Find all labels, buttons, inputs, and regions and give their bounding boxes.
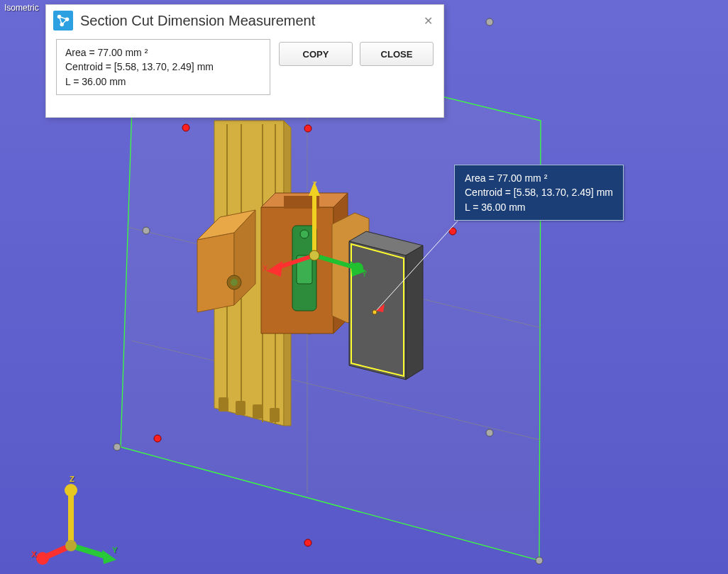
- svg-rect-32: [292, 226, 316, 311]
- svg-marker-25: [197, 233, 234, 312]
- measurement-icon: [53, 11, 73, 31]
- svg-rect-33: [297, 255, 312, 284]
- svg-marker-28: [261, 207, 333, 333]
- svg-rect-23: [253, 404, 263, 419]
- svg-rect-31: [284, 196, 319, 209]
- tooltip-area: Area = 77.00 mm ²: [465, 171, 613, 185]
- svg-point-5: [143, 227, 150, 234]
- scene-axis-z-label: Z: [312, 180, 317, 189]
- svg-line-61: [71, 546, 108, 557]
- svg-line-0: [128, 227, 541, 328]
- svg-marker-51: [267, 261, 282, 277]
- svg-point-10: [304, 539, 311, 546]
- copy-button[interactable]: COPY: [279, 42, 353, 66]
- svg-point-36: [231, 279, 238, 286]
- svg-line-47: [314, 255, 358, 268]
- svg-marker-29: [261, 193, 348, 207]
- bracket-assembly: [197, 193, 369, 333]
- viewport-label: Isometric: [4, 3, 39, 13]
- svg-marker-38: [349, 241, 406, 380]
- svg-marker-40: [406, 245, 423, 380]
- svg-point-52: [309, 250, 319, 260]
- svg-point-13: [449, 228, 456, 235]
- svg-point-8: [486, 429, 493, 436]
- svg-marker-26: [197, 210, 255, 240]
- svg-line-42: [376, 219, 460, 311]
- svg-point-65: [65, 540, 77, 551]
- svg-marker-39: [349, 231, 423, 255]
- svg-point-11: [306, 327, 313, 334]
- svg-marker-27: [234, 210, 255, 305]
- svg-point-4: [486, 18, 493, 26]
- svg-point-14: [182, 124, 189, 131]
- measurement-results: Area = 77.00 mm ² Centroid = [5.58, 13.7…: [56, 39, 270, 95]
- tooltip-length: L = 36.00 mm: [465, 200, 613, 214]
- svg-marker-30: [333, 193, 348, 333]
- svg-rect-24: [270, 408, 280, 422]
- svg-marker-48: [351, 261, 366, 277]
- svg-line-50: [275, 255, 314, 268]
- svg-point-49: [352, 263, 363, 274]
- selected-plate[interactable]: [349, 231, 423, 380]
- svg-point-60: [65, 484, 77, 497]
- length-value: L = 36.00 mm: [65, 74, 261, 89]
- measurement-dialog[interactable]: Section Cut Dimension Measurement ✕ Area…: [45, 4, 444, 118]
- axis-x-label: X: [31, 550, 36, 558]
- tooltip-centroid: Centroid = [5.58, 13.70, 2.49] mm: [465, 185, 613, 199]
- axis-y-label: Y: [112, 546, 117, 554]
- rail-part: [214, 121, 291, 426]
- svg-point-9: [154, 435, 161, 442]
- scene-axis-y-label: Y: [362, 270, 368, 278]
- svg-point-7: [536, 557, 543, 564]
- svg-point-6: [114, 443, 121, 451]
- close-button[interactable]: CLOSE: [360, 42, 434, 66]
- svg-line-57: [62, 19, 67, 24]
- svg-point-44: [373, 310, 377, 314]
- scene-axis-x-label: X: [263, 264, 268, 272]
- view-triad[interactable]: Z Y X: [35, 475, 121, 567]
- svg-point-34: [300, 230, 309, 238]
- svg-marker-43: [376, 304, 385, 312]
- svg-point-35: [227, 275, 241, 289]
- svg-point-12: [304, 125, 311, 132]
- measurement-tooltip: Area = 77.00 mm ² Centroid = [5.58, 13.7…: [454, 165, 624, 221]
- close-icon[interactable]: ✕: [419, 12, 436, 29]
- centroid-value: Centroid = [5.58, 13.70, 2.49] mm: [65, 60, 261, 74]
- svg-rect-21: [219, 397, 228, 412]
- scene-origin-triad[interactable]: Z Y X: [263, 180, 368, 278]
- svg-marker-15: [214, 121, 284, 426]
- area-value: Area = 77.00 mm ²: [65, 45, 261, 60]
- svg-point-64: [36, 552, 49, 565]
- svg-line-1: [131, 341, 540, 440]
- svg-marker-41: [351, 244, 404, 376]
- svg-rect-22: [236, 401, 246, 415]
- svg-marker-37: [332, 213, 369, 323]
- dialog-header[interactable]: Section Cut Dimension Measurement ✕: [46, 5, 443, 39]
- svg-marker-16: [284, 121, 291, 426]
- svg-marker-46: [309, 182, 320, 196]
- dialog-title: Section Cut Dimension Measurement: [80, 13, 315, 29]
- axis-z-label: Z: [70, 475, 75, 483]
